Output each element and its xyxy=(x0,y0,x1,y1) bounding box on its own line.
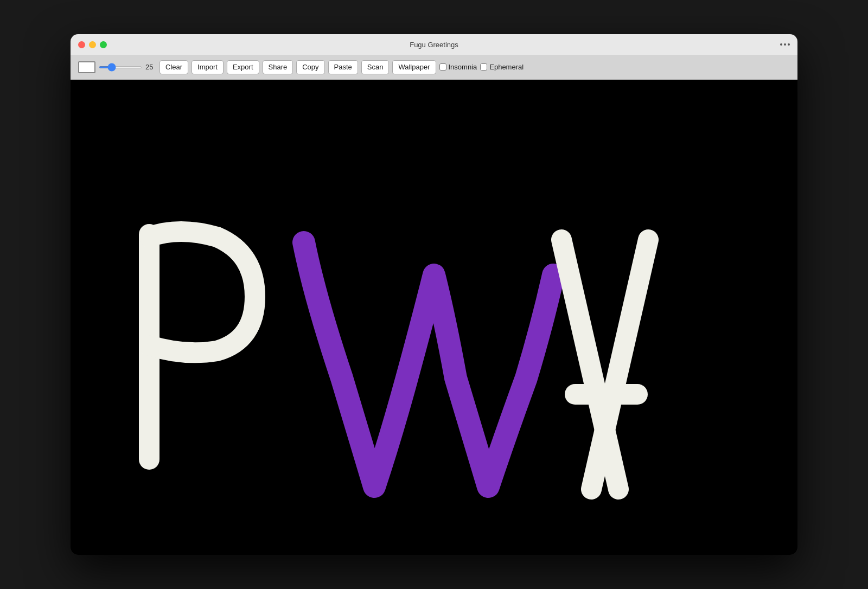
ephemeral-label[interactable]: Ephemeral xyxy=(480,63,524,71)
menu-dot xyxy=(788,43,790,46)
brush-size-slider[interactable] xyxy=(99,66,142,68)
copy-button[interactable]: Copy xyxy=(296,60,324,74)
share-button[interactable]: Share xyxy=(263,60,293,74)
ephemeral-checkbox[interactable] xyxy=(480,63,487,71)
ephemeral-text: Ephemeral xyxy=(489,63,524,71)
scan-button[interactable]: Scan xyxy=(361,60,390,74)
traffic-lights xyxy=(78,41,107,48)
paste-button[interactable]: Paste xyxy=(328,60,358,74)
clear-button[interactable]: Clear xyxy=(159,60,188,74)
app-window: Fugu Greetings 25 Clear Import Export Sh… xyxy=(71,34,797,555)
import-button[interactable]: Import xyxy=(192,60,224,74)
brush-size-value: 25 xyxy=(145,63,156,71)
titlebar-menu[interactable] xyxy=(780,43,790,46)
close-button[interactable] xyxy=(78,41,85,48)
window-title: Fugu Greetings xyxy=(410,41,458,49)
menu-dot xyxy=(784,43,786,46)
maximize-button[interactable] xyxy=(100,41,107,48)
insomnia-label[interactable]: Insomnia xyxy=(439,63,477,71)
wallpaper-button[interactable]: Wallpaper xyxy=(392,60,436,74)
menu-dot xyxy=(780,43,782,46)
color-picker[interactable] xyxy=(78,61,95,73)
titlebar: Fugu Greetings xyxy=(71,34,797,55)
minimize-button[interactable] xyxy=(89,41,96,48)
drawing-canvas[interactable] xyxy=(71,80,797,555)
toolbar: 25 Clear Import Export Share Copy Paste … xyxy=(71,55,797,80)
insomnia-text: Insomnia xyxy=(449,63,477,71)
export-button[interactable]: Export xyxy=(227,60,259,74)
insomnia-checkbox[interactable] xyxy=(439,63,446,71)
pwa-drawing xyxy=(71,80,797,555)
brush-size-container: 25 xyxy=(99,63,156,71)
